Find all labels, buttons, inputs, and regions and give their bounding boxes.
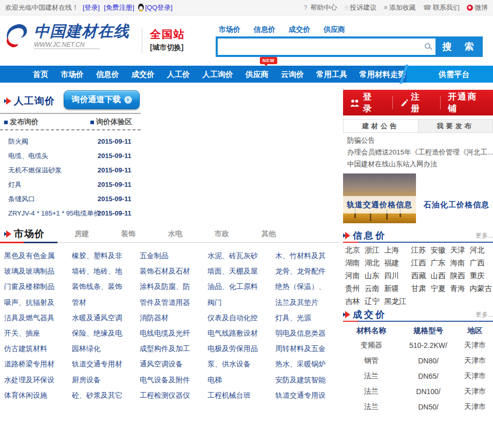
market-category-link[interactable]: 墙面、天棚及屋 xyxy=(207,263,275,279)
market-category-link[interactable]: 园林绿化 xyxy=(72,341,140,356)
market-category-link[interactable]: 体育休闲设施 xyxy=(4,387,72,403)
help-center-link[interactable]: ？ 帮助中心 xyxy=(302,3,337,12)
region-link[interactable]: 黑龙江 xyxy=(384,297,407,306)
add-favorite-link[interactable]: ≡ 添加收藏 xyxy=(384,3,416,12)
market-category-link[interactable]: 轨道交通专用材 xyxy=(72,356,140,372)
search-tab[interactable]: 信息价 xyxy=(254,25,275,34)
tab-i-want-publish[interactable]: 我要发布 xyxy=(419,120,493,132)
search-input[interactable] xyxy=(218,38,435,55)
market-category-link[interactable]: 仪表及自动化控 xyxy=(207,310,275,325)
market-category-link[interactable]: 洁具及燃气器具 xyxy=(4,310,72,325)
search-tab[interactable]: 供应商 xyxy=(324,25,345,34)
nav-item[interactable]: 成交价 xyxy=(125,66,161,83)
nav-item[interactable]: 信息价 xyxy=(90,66,125,83)
region-link[interactable]: 贵州 xyxy=(345,284,360,294)
search-tab[interactable]: 市场价 xyxy=(219,25,240,34)
region-link[interactable]: 新疆 xyxy=(384,284,407,294)
market-category-link[interactable]: 法兰及其垫片 xyxy=(275,295,343,310)
region-link[interactable]: 广东 xyxy=(431,258,446,268)
region-link[interactable]: 安徽 xyxy=(431,245,446,255)
nav-item[interactable]: 市场价 xyxy=(54,66,90,83)
nav-item[interactable]: 供应商 xyxy=(239,66,275,83)
market-category-link[interactable]: 橡胶、塑料及非 xyxy=(72,248,140,263)
search-button[interactable]: 搜 索 xyxy=(435,38,481,55)
market-category-link[interactable]: 周转材料及五金 xyxy=(275,341,343,356)
market-category-link[interactable]: 成型构件及加工 xyxy=(140,341,207,356)
table-row[interactable]: 法兰 DN100/ 天津市 xyxy=(343,384,493,399)
market-category-link[interactable]: 水泥、砖瓦灰砂 xyxy=(207,248,275,263)
notice-item-link[interactable]: 防骗公告 xyxy=(347,134,493,146)
city-switch-link[interactable]: [城市切换] xyxy=(150,43,185,52)
inquiry-item-link[interactable]: ZRYJV-4 * 185+1 * 95电缆单价 xyxy=(8,206,100,221)
region-link[interactable]: 吉林 xyxy=(345,297,360,306)
region-link[interactable]: 上海 xyxy=(384,245,407,255)
region-link[interactable]: 湖南 xyxy=(345,258,360,268)
deal-price-more-link[interactable]: 更多... xyxy=(476,310,493,319)
notice-item-link[interactable]: 办理会员赠送2015年《工程造价管理《河北工... xyxy=(347,146,493,158)
market-category-link[interactable]: 门窗及楼梯制品 xyxy=(4,279,72,294)
info-price-more-link[interactable]: 更多... xyxy=(476,231,493,240)
region-link[interactable]: 宁夏 xyxy=(431,284,446,294)
market-tab[interactable]: 房建 xyxy=(74,229,89,239)
inquiry-item-link[interactable]: 条缝风口 xyxy=(8,192,35,206)
market-category-link[interactable]: 涂料及防腐、防 xyxy=(140,279,207,294)
market-category-link[interactable]: 工程机械台班 xyxy=(207,387,275,403)
region-link[interactable]: 北京 xyxy=(345,245,360,255)
market-category-link[interactable]: 装饰线条、装饰 xyxy=(72,279,140,294)
market-tab[interactable]: 市政 xyxy=(215,229,229,239)
market-category-link[interactable]: 水处理及环保设 xyxy=(4,372,72,387)
region-link[interactable]: 江苏 xyxy=(411,245,426,255)
nav-item[interactable]: 云询价 xyxy=(275,66,310,83)
open-shop-button[interactable]: 开通商铺 xyxy=(441,91,493,114)
region-link[interactable]: 四川 xyxy=(384,271,407,281)
region-link[interactable]: 浙江 xyxy=(365,245,380,255)
market-category-link[interactable]: 热水、采暖锅炉 xyxy=(275,356,343,372)
market-category-link[interactable]: 电极及劳保用品 xyxy=(207,341,275,356)
nav-item[interactable]: 人工价 xyxy=(161,66,196,83)
market-category-link[interactable]: 墙砖、地砖、地 xyxy=(72,263,140,279)
inquiry-item-link[interactable]: 防火阀 xyxy=(8,134,28,149)
market-category-link[interactable]: 电气设备及附件 xyxy=(140,372,207,387)
region-link[interactable]: 重庆 xyxy=(470,271,492,281)
inquiry-download-button[interactable]: 询价通道下载 › xyxy=(64,90,140,109)
region-link[interactable]: 辽宁 xyxy=(365,297,380,306)
inquiry-item-link[interactable]: 灯具 xyxy=(8,178,22,192)
region-link[interactable]: 海南 xyxy=(450,258,465,268)
register-button[interactable]: 注 册 xyxy=(393,91,441,114)
region-link[interactable]: 河南 xyxy=(345,271,360,281)
market-category-link[interactable]: 保险、绝缘及电 xyxy=(72,325,140,341)
table-row[interactable]: 变频器 510-2.2KW/ 天津市 xyxy=(343,338,493,353)
region-link[interactable]: 天津 xyxy=(450,245,465,255)
weibo-link[interactable]: 微博 xyxy=(467,3,488,12)
login-button[interactable]: 登 录 xyxy=(343,91,392,114)
market-category-link[interactable]: 管材 xyxy=(72,295,140,310)
market-category-link[interactable]: 电线电缆及光纤 xyxy=(140,325,207,341)
market-category-link[interactable]: 工程检测仪器仪 xyxy=(140,387,207,403)
publish-inquiry-tab[interactable]: 发布询价 xyxy=(4,118,39,127)
nav-item-supply-platform[interactable]: 供需平台 xyxy=(407,66,493,83)
region-link[interactable]: 山东 xyxy=(365,271,380,281)
inquiry-item-link[interactable]: 电缆、电缆头 xyxy=(8,149,48,163)
region-link[interactable]: 青海 xyxy=(450,284,465,294)
region-link[interactable]: 内蒙古 xyxy=(470,284,492,294)
region-link[interactable]: 西藏 xyxy=(411,271,426,281)
market-category-link[interactable]: 泵、供水设备 xyxy=(207,356,275,372)
market-category-link[interactable]: 装饰石材及石材 xyxy=(140,263,207,279)
market-category-link[interactable]: 阀门 xyxy=(207,295,275,310)
inquiry-item-link[interactable]: 无机不燃保温砂浆 xyxy=(8,163,62,178)
market-category-link[interactable]: 弱电及信息类器 xyxy=(275,325,343,341)
nav-item[interactable]: 人工询价 xyxy=(196,66,239,83)
market-category-link[interactable]: 油品、化工原料 xyxy=(207,279,275,294)
market-tab[interactable]: 水电 xyxy=(168,229,182,239)
region-link[interactable]: 山西 xyxy=(431,271,446,281)
market-category-link[interactable]: 木、竹材料及其 xyxy=(275,248,343,263)
nav-item[interactable]: 常用工具 xyxy=(310,66,353,83)
region-link[interactable]: 福建 xyxy=(384,258,407,268)
nav-item[interactable]: 首页 xyxy=(27,66,54,83)
market-tab[interactable]: 其他 xyxy=(261,229,276,239)
market-category-link[interactable]: 五金制品 xyxy=(140,248,207,263)
market-category-link[interactable]: 通风空调设备 xyxy=(140,356,207,372)
market-category-link[interactable]: 仿古建筑材料 xyxy=(4,341,72,356)
notice-item-link[interactable]: 中国建材在线山东站入网办法 xyxy=(347,158,493,170)
promo-banner[interactable]: 石油化工价格信息 xyxy=(420,173,493,223)
